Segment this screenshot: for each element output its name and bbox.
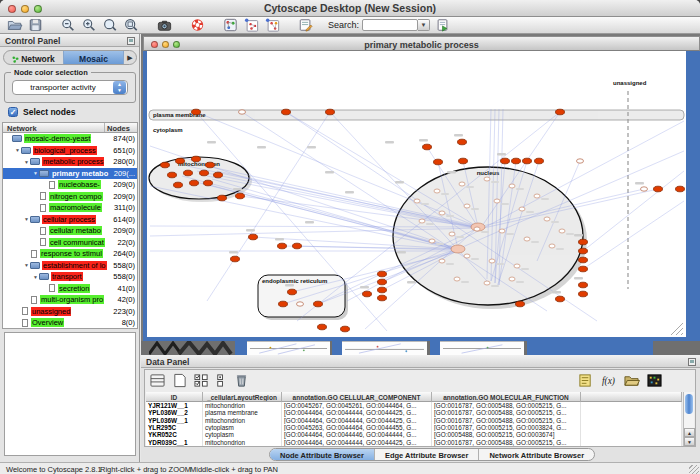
tab-network-attribute-browser[interactable]: Network Attribute Browser (479, 449, 594, 460)
network-node[interactable] (523, 158, 532, 164)
float-panel-icon[interactable] (127, 37, 135, 45)
column-header[interactable]: ID (146, 392, 203, 402)
tree-row[interactable]: multi-organism pro42(0) (3, 294, 137, 306)
layout-b-icon[interactable] (264, 18, 281, 32)
network-node[interactable] (288, 289, 297, 295)
nucleus-node[interactable] (434, 189, 440, 193)
network-node[interactable] (318, 324, 327, 330)
tree-row[interactable]: ▼cellular process614(0) (3, 214, 137, 226)
network-node[interactable] (434, 159, 443, 165)
tree-row[interactable]: unassigned223(0) (3, 306, 137, 318)
tree-row[interactable]: Overview8(0) (3, 317, 137, 329)
nucleus-node[interactable] (499, 229, 505, 233)
zoom-selected-icon[interactable] (123, 18, 140, 32)
nucleus-node[interactable] (489, 259, 495, 263)
tab-node-attribute-browser[interactable]: Node Attribute Browser (270, 449, 375, 460)
tree-row[interactable]: nitrogen compo209(0) (3, 191, 137, 203)
network-node[interactable] (423, 144, 432, 150)
tab-scroll-right-icon[interactable]: ▶ (124, 54, 136, 62)
network-node[interactable] (341, 326, 350, 332)
network-node-unselected[interactable] (239, 110, 246, 114)
table-cell[interactable]: YLR295C (146, 424, 203, 431)
network-node[interactable] (236, 193, 245, 199)
tree-column-network[interactable]: Network (3, 123, 105, 132)
network-node[interactable] (168, 172, 177, 178)
column-header[interactable]: annotation.GO CELLULAR_COMPONENT (282, 392, 432, 402)
network-node[interactable] (501, 158, 510, 164)
tab-mosaic[interactable]: Mosaic (63, 51, 124, 64)
tree-row[interactable]: ▼metabolic process280(0) (3, 156, 137, 168)
resize-grip[interactable] (689, 465, 699, 474)
network-node[interactable] (378, 295, 387, 301)
tree-row[interactable]: response to stimul264(0) (3, 248, 137, 260)
tree-column-nodes[interactable]: Nodes (105, 123, 137, 132)
tab-network[interactable]: Network (4, 51, 63, 64)
nucleus-node[interactable] (459, 182, 465, 186)
nucleus-node[interactable] (534, 194, 540, 198)
network-node[interactable] (231, 256, 240, 262)
birdseye-view-panel[interactable] (4, 332, 136, 456)
manage-networks-icon[interactable] (222, 18, 239, 32)
nucleus-node[interactable] (464, 254, 470, 258)
network-node[interactable] (516, 301, 525, 307)
table-cell[interactable]: [GO:0044464, GO:0044444, GO:0044425, G..… (282, 439, 432, 446)
network-node[interactable] (579, 257, 588, 263)
tree-row[interactable]: ▼establishment of lo558(0) (3, 260, 137, 272)
network-node[interactable] (279, 301, 288, 307)
layout-a-icon[interactable] (243, 18, 260, 32)
search-run-icon[interactable] (434, 18, 451, 32)
network-node[interactable] (314, 301, 323, 307)
network-node[interactable] (200, 170, 209, 176)
network-node[interactable] (512, 158, 521, 164)
network-node[interactable] (192, 109, 201, 115)
annotation-icon[interactable] (297, 18, 314, 32)
nucleus-node[interactable] (439, 211, 445, 215)
network-node[interactable] (293, 243, 302, 249)
nucleus-node[interactable] (414, 199, 420, 203)
nucleus-node[interactable] (549, 244, 555, 248)
tree-row[interactable]: mosaic-demo-yeast874(0) (3, 133, 137, 145)
tree-row[interactable]: macromolecule311(0) (3, 202, 137, 214)
tree-row[interactable]: ▼biological_process651(0) (3, 145, 137, 157)
network-node[interactable] (579, 266, 588, 272)
network-node[interactable] (192, 156, 201, 162)
zoom-in-icon[interactable] (81, 18, 98, 32)
expand-arrow-icon[interactable]: ▼ (32, 274, 39, 280)
expand-arrow-icon[interactable]: ▼ (23, 216, 30, 222)
nucleus-node[interactable] (519, 207, 525, 211)
nucleus-node[interactable] (419, 219, 425, 223)
network-node[interactable] (161, 162, 170, 168)
new-attribute-icon[interactable] (171, 373, 188, 388)
network-node[interactable] (184, 170, 193, 176)
network-node-unselected[interactable] (577, 159, 584, 163)
network-node[interactable] (206, 162, 215, 168)
select-attributes-icon[interactable] (193, 373, 210, 388)
table-cell[interactable]: mitochondrion (203, 439, 282, 446)
network-node[interactable] (579, 282, 588, 288)
table-scrollbar[interactable]: ▲ ▼ (683, 392, 694, 446)
open-file-icon[interactable] (6, 18, 23, 32)
expand-arrow-icon[interactable]: ▼ (14, 147, 21, 153)
expand-arrow-icon[interactable]: ▼ (32, 170, 39, 176)
network-node[interactable] (204, 180, 213, 186)
expand-arrow-icon[interactable]: ▼ (23, 159, 30, 165)
network-node[interactable] (556, 109, 565, 115)
search-input[interactable] (362, 19, 418, 31)
network-node[interactable] (458, 139, 467, 145)
network-node[interactable] (363, 291, 372, 297)
nucleus-node[interactable] (509, 184, 515, 188)
table-cell[interactable]: [GO:0044464, GO:0044444, GO:0044425, G..… (282, 409, 432, 416)
table-row[interactable]: YLR295Ccytoplasm[GO:0045263, GO:0044464,… (146, 424, 682, 431)
table-cell[interactable]: [GO:0016787, GO:0005488, GO:0005215, G..… (432, 402, 581, 409)
nucleus-node[interactable] (474, 227, 480, 231)
expand-arrow-icon[interactable]: ▼ (23, 262, 30, 268)
table-row[interactable]: YKR052Ccytoplasm[GO:0044464, GO:0044446,… (146, 431, 682, 438)
network-node[interactable] (535, 158, 544, 164)
scrollbar-thumb[interactable] (685, 394, 693, 414)
nucleus-node[interactable] (494, 199, 500, 203)
table-cell[interactable]: [GO:0045263, GO:0044464, GO:0044455, G..… (282, 424, 432, 431)
tree-row[interactable]: secretion41(0) (3, 283, 137, 295)
table-cell[interactable]: [GO:0016787, GO:0005488, GO:0005215, G..… (432, 417, 581, 424)
zoom-fit-icon[interactable] (102, 18, 119, 32)
nucleus-node[interactable] (464, 204, 470, 208)
